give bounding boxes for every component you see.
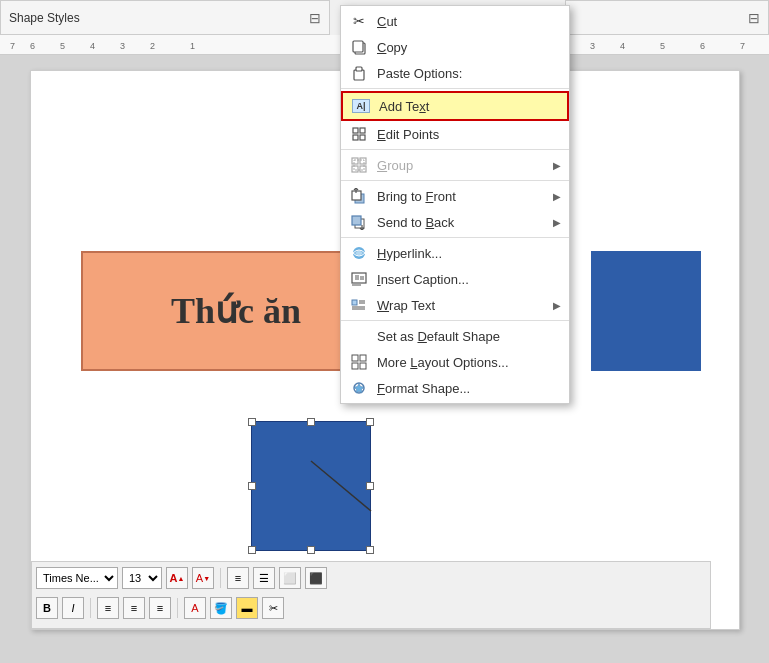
shape-blue-small-selected[interactable] — [251, 421, 371, 551]
svg-rect-7 — [353, 135, 358, 140]
menu-item-cut[interactable]: ✂ Cut — [341, 8, 569, 34]
align-l-button[interactable]: ≡ — [97, 597, 119, 619]
menu-item-edit-points[interactable]: Edit Points — [341, 121, 569, 147]
menu-item-hyperlink[interactable]: Hyperlink... — [341, 240, 569, 266]
wrap-text-icon — [349, 296, 369, 314]
context-menu[interactable]: ✂ Cut Copy Paste Options: A| Add Text — [340, 5, 570, 404]
font-color-button[interactable]: A — [184, 597, 206, 619]
menu-item-send-to-back[interactable]: Send to Back — [341, 209, 569, 235]
menu-item-layout-options[interactable]: More Layout Options... — [341, 349, 569, 375]
bringtofront-svg — [351, 188, 367, 204]
panel-collapse-icon[interactable]: ⊟ — [309, 10, 321, 26]
align-left-button[interactable]: ≡ — [227, 567, 249, 589]
menu-separator-1 — [341, 88, 569, 89]
menu-separator-4 — [341, 237, 569, 238]
sendtoback-svg — [351, 214, 367, 230]
format-shape-icon — [349, 379, 369, 397]
menu-label-cut: Cut — [377, 14, 561, 29]
toolbar-box-button-1[interactable]: ⬜ — [279, 567, 301, 589]
svg-rect-20 — [352, 216, 361, 225]
menu-separator-2 — [341, 149, 569, 150]
svg-rect-37 — [352, 363, 358, 369]
svg-rect-30 — [352, 300, 357, 305]
toolbar-row-1: Times Ne... 13 A▲ A▼ ≡ ☰ ⬜ ⬛ — [36, 564, 706, 592]
align-r-button[interactable]: ≡ — [149, 597, 171, 619]
cut-text-button[interactable]: ✂ — [262, 597, 284, 619]
highlight-button[interactable]: ▬ — [236, 597, 258, 619]
menu-label-format-shape: Format Shape... — [377, 381, 561, 396]
font-size-up-button[interactable]: A▲ — [166, 567, 188, 589]
svg-rect-2 — [353, 41, 363, 52]
svg-rect-8 — [360, 135, 365, 140]
group-svg — [351, 157, 367, 173]
handle-bottom-right[interactable] — [366, 546, 374, 554]
shape-blue-large[interactable] — [591, 251, 701, 371]
copy-svg — [351, 39, 367, 55]
font-name-select[interactable]: Times Ne... — [36, 567, 118, 589]
menu-label-edit-points: Edit Points — [377, 127, 561, 142]
shape-styles-panel: Shape Styles ⊟ — [0, 0, 330, 35]
menu-separator-5 — [341, 320, 569, 321]
svg-rect-13 — [354, 160, 364, 170]
menu-label-group: Group — [377, 158, 545, 173]
toolbar-row-2: B I ≡ ≡ ≡ A 🪣 ▬ ✂ — [36, 594, 706, 622]
svg-rect-35 — [352, 355, 358, 361]
menu-item-paste[interactable]: Paste Options: — [341, 60, 569, 86]
font-size-down-button[interactable]: A▼ — [192, 567, 214, 589]
menu-item-copy[interactable]: Copy — [341, 34, 569, 60]
right-panel: ⊟ — [565, 0, 769, 35]
group-icon — [349, 156, 369, 174]
menu-item-format-shape[interactable]: Format Shape... — [341, 375, 569, 401]
handle-mid-left[interactable] — [248, 482, 256, 490]
menu-label-paste: Paste Options: — [377, 66, 561, 81]
menu-label-hyperlink: Hyperlink... — [377, 246, 561, 261]
panel-title: Shape Styles — [9, 11, 80, 25]
bottom-toolbar: Times Ne... 13 A▲ A▼ ≡ ☰ ⬜ ⬛ B I ≡ ≡ ≡ — [31, 561, 711, 629]
handle-top-mid[interactable] — [307, 418, 315, 426]
svg-rect-11 — [352, 166, 358, 172]
paste-icon — [349, 64, 369, 82]
send-to-back-icon — [349, 213, 369, 231]
fill-color-button[interactable]: 🪣 — [210, 597, 232, 619]
menu-label-layout-options: More Layout Options... — [377, 355, 561, 370]
copy-icon — [349, 38, 369, 56]
menu-label-send-to-back: Send to Back — [377, 215, 545, 230]
align-c-button[interactable]: ≡ — [123, 597, 145, 619]
handle-bottom-left[interactable] — [248, 546, 256, 554]
handle-mid-right[interactable] — [366, 482, 374, 490]
menu-label-wrap-text: Wrap Text — [377, 298, 545, 313]
menu-item-group[interactable]: Group — [341, 152, 569, 178]
menu-item-set-default[interactable]: Set as Default Shape — [341, 323, 569, 349]
italic-button[interactable]: I — [62, 597, 84, 619]
toolbar-box-button-2[interactable]: ⬛ — [305, 567, 327, 589]
svg-rect-4 — [356, 67, 362, 71]
layout-svg — [351, 354, 367, 370]
menu-separator-3 — [341, 180, 569, 181]
layout-options-icon — [349, 353, 369, 371]
set-default-icon — [349, 327, 369, 345]
insert-caption-icon — [349, 270, 369, 288]
bold-button[interactable]: B — [36, 597, 58, 619]
menu-label-set-default: Set as Default Shape — [377, 329, 561, 344]
right-panel-icon[interactable]: ⊟ — [748, 10, 760, 26]
menu-label-insert-caption: Insert Caption... — [377, 272, 561, 287]
font-size-select[interactable]: 13 — [122, 567, 162, 589]
formatshape-svg — [351, 380, 367, 396]
handle-top-right[interactable] — [366, 418, 374, 426]
align-center-button[interactable]: ☰ — [253, 567, 275, 589]
handle-top-left[interactable] — [248, 418, 256, 426]
menu-item-bring-to-front[interactable]: Bring to Front — [341, 183, 569, 209]
toolbar-divider-3 — [177, 598, 178, 618]
cut-icon: ✂ — [349, 12, 369, 30]
menu-item-add-text[interactable]: A| Add Text — [341, 91, 569, 121]
editpoints-svg — [351, 126, 367, 142]
svg-rect-38 — [360, 363, 366, 369]
svg-rect-12 — [360, 166, 366, 172]
menu-item-wrap-text[interactable]: Wrap Text — [341, 292, 569, 318]
svg-rect-26 — [355, 275, 359, 280]
toolbar-divider-1 — [220, 568, 221, 588]
menu-item-insert-caption[interactable]: Insert Caption... — [341, 266, 569, 292]
svg-rect-6 — [360, 128, 365, 133]
svg-rect-5 — [353, 128, 358, 133]
handle-bottom-mid[interactable] — [307, 546, 315, 554]
